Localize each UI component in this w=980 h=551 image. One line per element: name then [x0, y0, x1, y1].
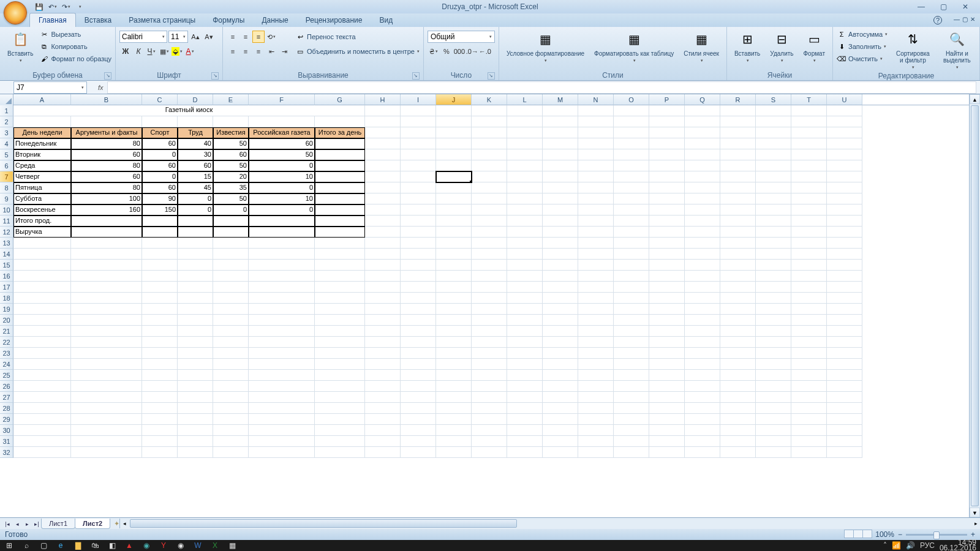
cell-F31[interactable]: [249, 436, 315, 447]
cell-N24[interactable]: [578, 359, 614, 370]
cell-A2[interactable]: [13, 116, 71, 127]
cell-A25[interactable]: [13, 370, 71, 381]
col-header-G[interactable]: G: [315, 94, 365, 105]
row-header[interactable]: 30: [0, 425, 13, 436]
scroll-up-icon[interactable]: ▲: [970, 94, 980, 104]
cell-F23[interactable]: [249, 348, 315, 359]
cell-C18[interactable]: [142, 293, 178, 304]
cell-C23[interactable]: [142, 348, 178, 359]
decrease-indent-button[interactable]: ⇤: [265, 45, 277, 58]
cell-N19[interactable]: [578, 304, 614, 315]
cell-P24[interactable]: [649, 359, 685, 370]
cell-G4[interactable]: [315, 138, 365, 149]
cell-P15[interactable]: [649, 260, 685, 271]
cell-Q1[interactable]: [685, 105, 720, 116]
cell-S1[interactable]: [756, 105, 791, 116]
cell-J14[interactable]: [436, 249, 472, 260]
col-header-U[interactable]: U: [827, 94, 862, 105]
cell-G16[interactable]: [315, 271, 365, 282]
cell-A4[interactable]: Понедельник: [13, 138, 71, 149]
cell-N32[interactable]: [578, 447, 614, 458]
cell-J3[interactable]: [436, 127, 472, 138]
cell-D19[interactable]: [178, 304, 213, 315]
cell-M24[interactable]: [543, 359, 578, 370]
cell-C20[interactable]: [142, 315, 178, 326]
restore-window-icon[interactable]: ▢: [962, 16, 968, 23]
cell-G6[interactable]: [315, 160, 365, 171]
cell-O32[interactable]: [614, 447, 649, 458]
cell-U4[interactable]: [827, 138, 862, 149]
cell-M12[interactable]: [543, 227, 578, 238]
cell-I31[interactable]: [401, 436, 436, 447]
cell-T29[interactable]: [791, 414, 827, 425]
orientation-button[interactable]: ⟲▾: [265, 31, 277, 43]
cell-R20[interactable]: [720, 315, 756, 326]
cell-H21[interactable]: [365, 326, 401, 337]
cell-D16[interactable]: [178, 271, 213, 282]
wrap-text-button[interactable]: ↩Перенос текста: [295, 31, 420, 43]
cell-T14[interactable]: [791, 249, 827, 260]
cell-K17[interactable]: [472, 282, 507, 293]
cell-I8[interactable]: [401, 182, 436, 193]
cell-P8[interactable]: [649, 182, 685, 193]
row-header[interactable]: 21: [0, 326, 13, 337]
cell-O6[interactable]: [614, 160, 649, 171]
cell-L11[interactable]: [507, 216, 543, 227]
row-header[interactable]: 20: [0, 315, 13, 326]
row-header[interactable]: 9: [0, 193, 13, 204]
delete-cells-button[interactable]: ⊟Удалить▾: [766, 28, 797, 64]
cell-L28[interactable]: [507, 403, 543, 414]
cell-H8[interactable]: [365, 182, 401, 193]
cell-R26[interactable]: [720, 381, 756, 392]
row-header[interactable]: 18: [0, 293, 13, 304]
zoom-slider[interactable]: [906, 534, 967, 536]
cell-Q19[interactable]: [685, 304, 720, 315]
cell-G21[interactable]: [315, 326, 365, 337]
cell-O1[interactable]: [614, 105, 649, 116]
cell-U10[interactable]: [827, 204, 862, 216]
cell-H23[interactable]: [365, 348, 401, 359]
cell-P3[interactable]: [649, 127, 685, 138]
cell-Q11[interactable]: [685, 216, 720, 227]
cell-K20[interactable]: [472, 315, 507, 326]
cell-R23[interactable]: [720, 348, 756, 359]
cell-O25[interactable]: [614, 370, 649, 381]
cell-H3[interactable]: [365, 127, 401, 138]
row-header[interactable]: 27: [0, 392, 13, 403]
cell-G30[interactable]: [315, 425, 365, 436]
cell-O26[interactable]: [614, 381, 649, 392]
cell-Q6[interactable]: [685, 160, 720, 171]
cell-L17[interactable]: [507, 282, 543, 293]
cell-E13[interactable]: [213, 238, 249, 249]
cell-T22[interactable]: [791, 337, 827, 348]
cell-J4[interactable]: [436, 138, 472, 149]
cell-B6[interactable]: 80: [71, 160, 142, 171]
row-header[interactable]: 29: [0, 414, 13, 425]
row-header[interactable]: 3: [0, 127, 13, 138]
cell-P19[interactable]: [649, 304, 685, 315]
align-right-button[interactable]: ≡: [252, 45, 265, 58]
cell-M21[interactable]: [543, 326, 578, 337]
cell-C11[interactable]: [142, 216, 178, 227]
font-name-combo[interactable]: Calibri▾: [119, 31, 167, 43]
cell-R4[interactable]: [720, 138, 756, 149]
cell-I7[interactable]: [401, 171, 436, 182]
cell-Q13[interactable]: [685, 238, 720, 249]
cell-P21[interactable]: [649, 326, 685, 337]
cell-S5[interactable]: [756, 149, 791, 160]
cell-M2[interactable]: [543, 116, 578, 127]
cell-A19[interactable]: [13, 304, 71, 315]
cell-T17[interactable]: [791, 282, 827, 293]
cell-I11[interactable]: [401, 216, 436, 227]
cell-P32[interactable]: [649, 447, 685, 458]
cell-B20[interactable]: [71, 315, 142, 326]
row-header[interactable]: 10: [0, 204, 13, 216]
cell-U11[interactable]: [827, 216, 862, 227]
cell-E4[interactable]: 50: [213, 138, 249, 149]
cell-J15[interactable]: [436, 260, 472, 271]
cell-O29[interactable]: [614, 414, 649, 425]
prev-sheet-icon[interactable]: ◂: [12, 519, 22, 528]
cell-F11[interactable]: [249, 216, 315, 227]
cell-J7[interactable]: [436, 171, 472, 182]
insert-cells-button[interactable]: ⊞Вставить▾: [731, 28, 764, 64]
